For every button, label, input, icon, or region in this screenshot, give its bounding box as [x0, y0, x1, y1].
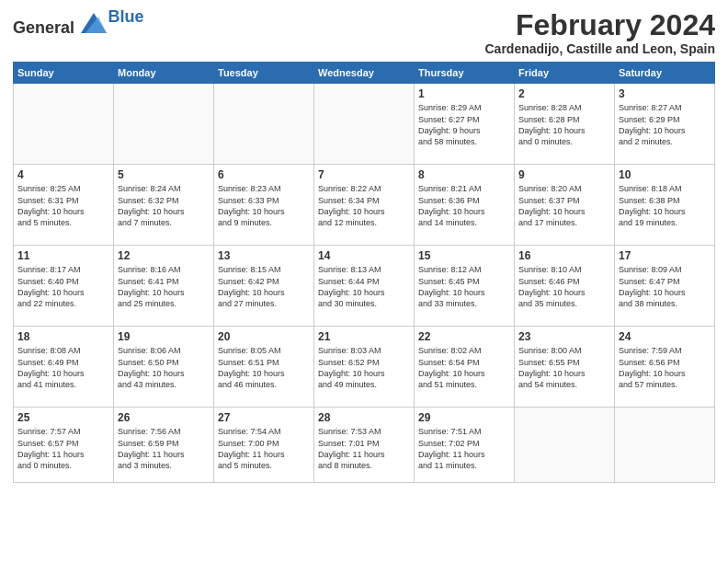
day-info: Sunrise: 8:24 AM Sunset: 6:32 PM Dayligh… [118, 184, 185, 226]
day-number: 5 [118, 167, 210, 182]
weekday-header: Thursday [415, 63, 515, 84]
page: General Blue February 2024 Cardenadijo, … [0, 0, 728, 563]
day-number: 12 [118, 248, 210, 263]
calendar-cell: 14Sunrise: 8:13 AM Sunset: 6:44 PM Dayli… [314, 246, 415, 327]
day-number: 18 [17, 329, 109, 344]
day-info: Sunrise: 8:15 AM Sunset: 6:42 PM Dayligh… [218, 265, 285, 307]
calendar-cell: 3Sunrise: 8:27 AM Sunset: 6:29 PM Daylig… [615, 84, 715, 165]
day-info: Sunrise: 8:17 AM Sunset: 6:40 PM Dayligh… [17, 265, 85, 307]
calendar-cell: 4Sunrise: 8:25 AM Sunset: 6:31 PM Daylig… [14, 165, 114, 246]
day-info: Sunrise: 8:09 AM Sunset: 6:47 PM Dayligh… [619, 265, 686, 307]
day-number: 19 [118, 329, 210, 344]
day-info: Sunrise: 8:13 AM Sunset: 6:44 PM Dayligh… [318, 265, 385, 307]
day-info: Sunrise: 7:51 AM Sunset: 7:02 PM Dayligh… [418, 427, 485, 469]
day-info: Sunrise: 8:29 AM Sunset: 6:27 PM Dayligh… [418, 103, 482, 145]
day-number: 7 [318, 167, 410, 182]
day-number: 14 [318, 248, 410, 263]
day-info: Sunrise: 8:28 AM Sunset: 6:28 PM Dayligh… [518, 103, 586, 145]
calendar-cell: 29Sunrise: 7:51 AM Sunset: 7:02 PM Dayli… [415, 408, 515, 483]
day-number: 11 [17, 248, 109, 263]
calendar-cell: 12Sunrise: 8:16 AM Sunset: 6:41 PM Dayli… [114, 246, 214, 327]
weekday-header: Wednesday [314, 63, 415, 84]
day-info: Sunrise: 8:06 AM Sunset: 6:50 PM Dayligh… [118, 346, 185, 388]
calendar-cell: 25Sunrise: 7:57 AM Sunset: 6:57 PM Dayli… [14, 408, 114, 483]
weekday-header: Monday [114, 63, 214, 84]
day-number: 16 [518, 248, 610, 263]
day-info: Sunrise: 8:18 AM Sunset: 6:38 PM Dayligh… [619, 184, 686, 226]
day-info: Sunrise: 8:12 AM Sunset: 6:45 PM Dayligh… [418, 265, 485, 307]
logo-icon [81, 13, 107, 33]
day-number: 6 [218, 167, 310, 182]
calendar-cell [14, 84, 114, 165]
month-title: February 2024 [485, 9, 716, 41]
calendar-cell: 16Sunrise: 8:10 AM Sunset: 6:46 PM Dayli… [515, 246, 615, 327]
day-number: 25 [17, 410, 109, 425]
day-info: Sunrise: 8:08 AM Sunset: 6:49 PM Dayligh… [17, 346, 85, 388]
calendar-body: 1Sunrise: 8:29 AM Sunset: 6:27 PM Daylig… [14, 84, 715, 483]
location-title: Cardenadijo, Castille and Leon, Spain [485, 41, 716, 56]
weekday-header: Saturday [615, 63, 715, 84]
day-info: Sunrise: 7:59 AM Sunset: 6:56 PM Dayligh… [619, 346, 686, 388]
day-info: Sunrise: 7:57 AM Sunset: 6:57 PM Dayligh… [17, 427, 85, 469]
day-number: 28 [318, 410, 410, 425]
day-info: Sunrise: 8:02 AM Sunset: 6:54 PM Dayligh… [418, 346, 485, 388]
calendar-cell: 26Sunrise: 7:56 AM Sunset: 6:59 PM Dayli… [114, 408, 214, 483]
day-number: 4 [17, 167, 109, 182]
calendar-week-row: 18Sunrise: 8:08 AM Sunset: 6:49 PM Dayli… [14, 327, 715, 408]
weekday-header-row: SundayMondayTuesdayWednesdayThursdayFrid… [14, 63, 715, 84]
day-number: 8 [418, 167, 510, 182]
calendar-cell [515, 408, 615, 483]
day-number: 26 [118, 410, 210, 425]
calendar-cell: 27Sunrise: 7:54 AM Sunset: 7:00 PM Dayli… [214, 408, 314, 483]
calendar-cell: 8Sunrise: 8:21 AM Sunset: 6:36 PM Daylig… [415, 165, 515, 246]
calendar-cell [615, 408, 715, 483]
calendar-cell: 7Sunrise: 8:22 AM Sunset: 6:34 PM Daylig… [314, 165, 415, 246]
calendar-table: SundayMondayTuesdayWednesdayThursdayFrid… [13, 62, 715, 483]
calendar-cell: 23Sunrise: 8:00 AM Sunset: 6:55 PM Dayli… [515, 327, 615, 408]
day-number: 10 [619, 167, 711, 182]
day-number: 13 [218, 248, 310, 263]
day-info: Sunrise: 8:27 AM Sunset: 6:29 PM Dayligh… [619, 103, 686, 145]
day-number: 17 [619, 248, 711, 263]
day-info: Sunrise: 8:03 AM Sunset: 6:52 PM Dayligh… [318, 346, 385, 388]
day-info: Sunrise: 7:53 AM Sunset: 7:01 PM Dayligh… [318, 427, 385, 469]
day-number: 21 [318, 329, 410, 344]
calendar-cell: 15Sunrise: 8:12 AM Sunset: 6:45 PM Dayli… [415, 246, 515, 327]
day-number: 23 [518, 329, 610, 344]
calendar-cell: 19Sunrise: 8:06 AM Sunset: 6:50 PM Dayli… [114, 327, 214, 408]
calendar-cell [114, 84, 214, 165]
calendar-cell: 9Sunrise: 8:20 AM Sunset: 6:37 PM Daylig… [515, 165, 615, 246]
day-number: 9 [518, 167, 610, 182]
day-info: Sunrise: 8:20 AM Sunset: 6:37 PM Dayligh… [518, 184, 586, 226]
weekday-header: Tuesday [214, 63, 314, 84]
header: General Blue February 2024 Cardenadijo, … [13, 9, 715, 56]
calendar-cell [314, 84, 415, 165]
logo-text: General [13, 13, 107, 38]
calendar-cell: 10Sunrise: 8:18 AM Sunset: 6:38 PM Dayli… [615, 165, 715, 246]
day-number: 20 [218, 329, 310, 344]
calendar-cell: 5Sunrise: 8:24 AM Sunset: 6:32 PM Daylig… [114, 165, 214, 246]
logo: General Blue [13, 13, 144, 38]
calendar-cell: 21Sunrise: 8:03 AM Sunset: 6:52 PM Dayli… [314, 327, 415, 408]
calendar-week-row: 1Sunrise: 8:29 AM Sunset: 6:27 PM Daylig… [14, 84, 715, 165]
calendar-cell: 1Sunrise: 8:29 AM Sunset: 6:27 PM Daylig… [415, 84, 515, 165]
day-info: Sunrise: 8:22 AM Sunset: 6:34 PM Dayligh… [318, 184, 385, 226]
day-number: 3 [619, 86, 711, 101]
calendar-cell: 17Sunrise: 8:09 AM Sunset: 6:47 PM Dayli… [615, 246, 715, 327]
title-area: February 2024 Cardenadijo, Castille and … [485, 9, 716, 56]
day-number: 29 [418, 410, 510, 425]
day-info: Sunrise: 8:00 AM Sunset: 6:55 PM Dayligh… [518, 346, 586, 388]
day-number: 22 [418, 329, 510, 344]
day-info: Sunrise: 7:54 AM Sunset: 7:00 PM Dayligh… [218, 427, 285, 469]
weekday-header: Sunday [14, 63, 114, 84]
calendar-week-row: 11Sunrise: 8:17 AM Sunset: 6:40 PM Dayli… [14, 246, 715, 327]
day-number: 24 [619, 329, 711, 344]
calendar-cell: 28Sunrise: 7:53 AM Sunset: 7:01 PM Dayli… [314, 408, 415, 483]
calendar-cell: 11Sunrise: 8:17 AM Sunset: 6:40 PM Dayli… [14, 246, 114, 327]
calendar-week-row: 4Sunrise: 8:25 AM Sunset: 6:31 PM Daylig… [14, 165, 715, 246]
day-info: Sunrise: 8:21 AM Sunset: 6:36 PM Dayligh… [418, 184, 485, 226]
calendar-cell [214, 84, 314, 165]
day-number: 2 [518, 86, 610, 101]
day-number: 27 [218, 410, 310, 425]
calendar-week-row: 25Sunrise: 7:57 AM Sunset: 6:57 PM Dayli… [14, 408, 715, 483]
